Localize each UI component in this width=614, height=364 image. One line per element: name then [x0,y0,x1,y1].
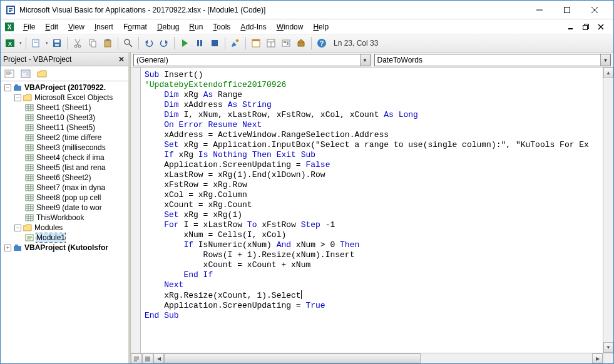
menu-tools[interactable]: Tools [209,21,234,33]
svg-point-32 [125,39,130,44]
view-excel-dropdown[interactable]: ▾ [18,41,23,46]
scroll-up-icon[interactable]: ▲ [603,68,613,78]
svg-rect-41 [235,39,239,43]
svg-rect-60 [26,71,29,76]
tree-sheet-item[interactable]: Sheet7 (max in dyna [2,183,127,193]
help-button[interactable]: ? [315,36,329,50]
menu-view[interactable]: View [64,21,88,33]
project-explorer-button[interactable] [249,36,263,50]
collapse-icon[interactable]: − [4,84,11,91]
tree-sheet-item[interactable]: Sheet1 (Sheet1) [2,103,127,113]
tree-sheet-item[interactable]: Sheet11 (Sheet5) [2,123,127,133]
procedure-combo[interactable]: DateToWords▼ [374,54,611,66]
vertical-scrollbar[interactable]: ▲ ▼ [603,68,613,353]
mdi-close-button[interactable] [596,23,606,31]
tree-folder-excel-objects[interactable]: −Microsoft Excel Objects [2,93,127,103]
copy-button[interactable] [86,36,100,50]
worksheet-icon [24,113,34,122]
vba-app-icon [6,5,16,15]
scroll-thumb[interactable] [164,353,421,363]
tree-sheet-item[interactable]: ThisWorkbook [2,213,127,223]
menu-addins[interactable]: Add-Ins [237,21,270,33]
tree-sheet-item[interactable]: Sheet8 (pop up cell [2,193,127,203]
menu-run[interactable]: Run [185,21,207,33]
insert-button[interactable] [29,36,43,50]
svg-rect-50 [287,41,289,45]
project-explorer-close-button[interactable]: ✕ [117,55,126,64]
menu-insert[interactable]: Insert [91,21,117,33]
tree-sheet-item[interactable]: Sheet9 (date to wor [2,203,127,213]
worksheet-icon [24,133,34,142]
reset-button[interactable] [208,36,222,50]
maximize-button[interactable] [553,1,581,19]
menubar: X File Edit View Insert Format Debug Run… [1,19,613,34]
svg-rect-118 [26,215,33,221]
code-editor[interactable]: Sub Insert() 'UpdatebyExtendoffice201709… [141,68,603,353]
tree-sheet-item[interactable]: Sheet5 (list and rena [2,163,127,173]
svg-rect-68 [26,114,33,121]
save-button[interactable] [50,36,64,50]
close-button[interactable] [581,1,608,19]
scroll-right-icon[interactable]: ▶ [592,353,603,363]
find-button[interactable] [121,36,135,50]
toolbox-button[interactable] [294,36,308,50]
menu-edit[interactable]: Edit [41,21,62,33]
chevron-down-icon[interactable]: ▼ [600,54,610,66]
svg-marker-40 [232,42,237,47]
run-button[interactable] [178,36,192,50]
menu-debug[interactable]: Debug [153,21,183,33]
scroll-left-icon[interactable]: ◀ [153,353,164,363]
tree-sheet-item[interactable]: Sheet10 (Sheet3) [2,113,127,123]
tree-sheet-item[interactable]: Sheet6 (Sheet2) [2,173,127,183]
tree-sheet-item[interactable]: Sheet3 (milliseconds [2,143,127,153]
svg-rect-113 [26,205,33,211]
scroll-down-icon[interactable]: ▼ [603,342,613,353]
excel-doc-icon: X [4,22,14,32]
worksheet-icon [24,143,34,152]
cut-button[interactable] [71,36,84,50]
horizontal-scrollbar[interactable]: ◀ ▶ [153,353,603,363]
project-tree[interactable]: −VBAProject (20170922. −Microsoft Excel … [1,81,128,363]
menu-format[interactable]: Format [120,21,151,33]
folder-icon [23,93,33,102]
paste-button[interactable] [101,36,115,50]
menu-window[interactable]: Window [273,21,307,33]
tree-sheet-item[interactable]: Sheet2 (time differe [2,133,127,143]
full-module-view-button[interactable] [142,353,153,364]
view-object-button[interactable] [19,68,32,80]
toggle-folders-button[interactable] [36,68,48,80]
redo-button[interactable] [157,36,171,50]
expand-icon[interactable]: + [4,245,11,251]
object-combo[interactable]: (General)▼ [133,54,371,66]
tree-sheet-item[interactable]: Sheet4 (check if ima [2,153,127,163]
break-button[interactable] [193,36,207,50]
titlebar: Microsoft Visual Basic for Applications … [1,1,613,19]
minimize-button[interactable] [526,1,553,19]
undo-button[interactable] [142,36,156,50]
chevron-down-icon[interactable]: ▼ [360,54,370,66]
code-window: (General)▼ DateToWords▼ Sub Insert() 'Up… [130,53,613,363]
svg-rect-83 [26,144,33,151]
properties-window-button[interactable] [264,36,278,50]
tree-project-root[interactable]: −VBAProject (20170922. [2,83,127,93]
procedure-view-button[interactable] [131,353,142,364]
svg-rect-2 [9,8,13,9]
svg-rect-4 [9,11,11,12]
tree-folder-modules[interactable]: −Modules [2,223,127,233]
view-code-button[interactable] [3,68,16,80]
design-mode-button[interactable] [228,36,242,50]
object-browser-button[interactable] [279,36,293,50]
menu-file[interactable]: File [19,21,39,33]
menu-help[interactable]: Help [309,21,332,33]
svg-rect-3 [9,10,13,11]
insert-dropdown[interactable]: ▾ [44,41,49,46]
collapse-icon[interactable]: − [14,225,21,231]
svg-rect-93 [26,164,33,171]
tree-project-root-2[interactable]: +VBAProject (Kutoolsfor [2,243,127,253]
tree-module1[interactable]: Module1 [2,233,127,243]
svg-rect-37 [197,40,199,46]
view-excel-button[interactable]: X [3,36,17,50]
mdi-restore-button[interactable] [581,23,591,31]
collapse-icon[interactable]: − [14,94,21,101]
mdi-minimize-button[interactable] [566,23,576,31]
